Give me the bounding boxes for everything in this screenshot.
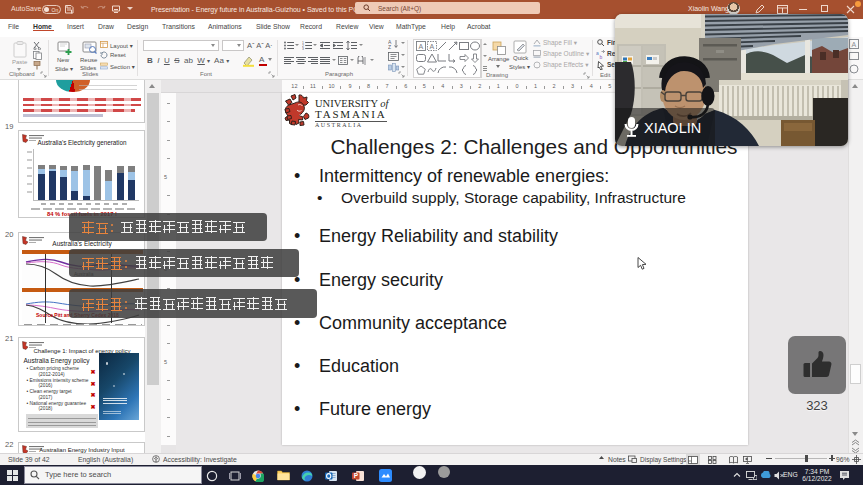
svg-text:Z: Z bbox=[388, 44, 391, 49]
svg-text:A: A bbox=[429, 42, 434, 49]
svg-text:A: A bbox=[418, 42, 423, 49]
svg-text:b: b bbox=[600, 53, 603, 59]
svg-text:A: A bbox=[851, 41, 856, 48]
svg-text:3: 3 bbox=[302, 47, 304, 50]
svg-text:XIAOLIN: XIAOLIN bbox=[644, 120, 701, 136]
svg-text:P: P bbox=[354, 472, 359, 479]
